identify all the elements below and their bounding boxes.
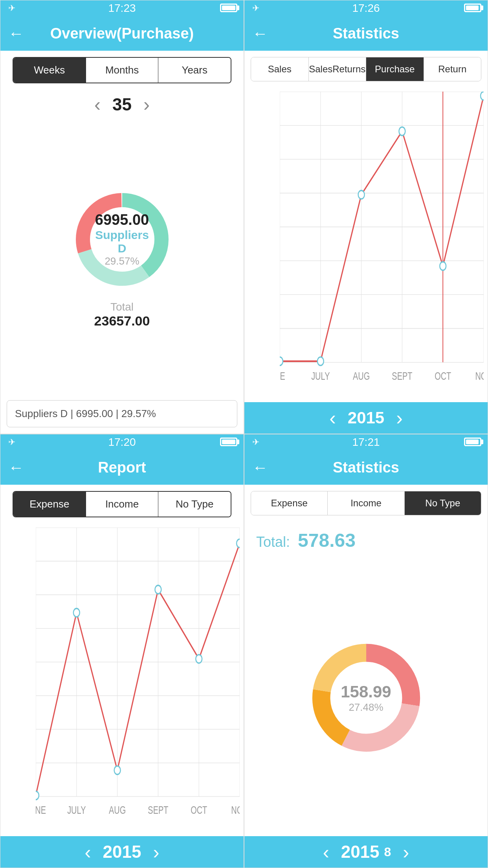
donut-pct-4: 27.48% xyxy=(341,701,391,713)
chart-dot-3-4 xyxy=(155,585,161,594)
year-value-1: 2015 xyxy=(348,408,384,427)
chart-line-3 xyxy=(36,543,240,795)
chart-svg-3: 1499.0 1332.4 1165.9 999.3 832.8 666.2 4… xyxy=(36,528,240,832)
airplane-icon-1: ✈ xyxy=(8,3,15,13)
donut-wrap-1: 6995.00 Suppliers D 29.57% xyxy=(67,184,177,294)
prev-arrow-1[interactable]: ‹ xyxy=(83,94,112,115)
nav-bar-3: ← Report xyxy=(0,450,244,485)
donut-wrap-4: 158.99 27.48% xyxy=(303,635,429,761)
battery-fill-4 xyxy=(466,440,479,444)
donut-name-1: Suppliers D xyxy=(95,228,150,255)
status-time-1: 17:23 xyxy=(108,2,136,15)
battery-4 xyxy=(464,438,481,446)
svg-text:NOV: NOV xyxy=(231,804,240,816)
chart-dot-3-3 xyxy=(114,766,121,774)
page-title-4: Statistics xyxy=(333,459,399,476)
chart-line-1 xyxy=(280,96,484,361)
donut-chart-4: 158.99 27.48% xyxy=(244,559,488,836)
tab-notype-4[interactable]: No Type xyxy=(405,491,481,515)
bottom-nav-3: ‹ 2015 › xyxy=(0,836,244,868)
tab-sales[interactable]: Sales xyxy=(251,57,309,81)
week-value: 35 xyxy=(112,95,132,114)
total-value-1: 23657.00 xyxy=(94,313,150,329)
tab-income-4[interactable]: Income xyxy=(328,491,404,515)
total-label-4: Total: xyxy=(256,534,290,550)
nav-bar-4: ← Statistics xyxy=(244,450,488,485)
stats-tabs-1: Sales SalesReturns Purchase Return xyxy=(251,57,481,81)
chart-dot-2 xyxy=(317,357,324,366)
svg-text:JULY: JULY xyxy=(67,804,86,816)
donut-pct-1: 29.57% xyxy=(95,255,150,267)
battery-fill-2 xyxy=(466,6,479,10)
line-chart-1: 9165.2 8146.8 7128.5 6110.1 5091.8 4073.… xyxy=(244,88,488,402)
chart-svg-1: 9165.2 8146.8 7128.5 6110.1 5091.8 4073.… xyxy=(280,92,484,398)
back-button-4[interactable]: ← xyxy=(252,459,268,476)
chart-dot-5 xyxy=(440,262,446,270)
stats-tabs-2: Expense Income No Type xyxy=(251,491,481,515)
total-line-4: Total: 578.63 xyxy=(244,522,488,559)
battery-fill-1 xyxy=(222,6,235,10)
status-time-2: 17:26 xyxy=(352,2,380,15)
seg-notype-3[interactable]: No Type xyxy=(158,492,231,517)
panel-report: ✈ 17:20 ← Report Expense Income No Type xyxy=(0,434,244,868)
chart-dot-3-5 xyxy=(196,655,202,663)
year-next-4[interactable]: › xyxy=(391,841,421,863)
donut-center-4: 158.99 27.48% xyxy=(341,682,391,713)
back-button-1[interactable]: ← xyxy=(8,25,24,42)
next-arrow-1[interactable]: › xyxy=(132,94,161,115)
total-label-1: Total xyxy=(110,301,134,313)
battery-3 xyxy=(220,438,237,446)
donut-amount-1: 6995.00 xyxy=(95,211,150,228)
airplane-icon-3: ✈ xyxy=(8,437,15,447)
svg-text:NOV: NOV xyxy=(475,370,484,382)
year-prev-4[interactable]: ‹ xyxy=(311,841,341,863)
page-title-3: Report xyxy=(98,459,146,476)
year-next-3[interactable]: › xyxy=(141,841,171,863)
svg-text:SEPT: SEPT xyxy=(392,370,412,382)
battery-1 xyxy=(220,4,237,12)
panel-overview-purchase: ✈ 17:23 ← Overview(Purchase) Weeks Month… xyxy=(0,0,244,434)
tab-purchase[interactable]: Purchase xyxy=(366,57,424,81)
year-next-1[interactable]: › xyxy=(384,406,415,429)
back-button-3[interactable]: ← xyxy=(8,459,24,476)
chart-dot-3-6 xyxy=(237,539,240,547)
segment-control-1: Weeks Months Years xyxy=(13,57,231,83)
year-nav-1: ‹ 2015 › xyxy=(244,402,488,434)
chart-dot-4 xyxy=(399,127,405,136)
battery-fill-3 xyxy=(222,440,235,444)
airplane-icon-4: ✈ xyxy=(252,437,259,447)
seg-years[interactable]: Years xyxy=(158,58,231,83)
tab-return[interactable]: Return xyxy=(424,57,481,81)
status-bar-2: ✈ 17:26 xyxy=(244,0,488,16)
svg-text:OCT: OCT xyxy=(191,804,207,816)
page-title-2: Statistics xyxy=(333,25,399,42)
seg-income-3[interactable]: Income xyxy=(86,492,159,517)
svg-text:JULY: JULY xyxy=(311,370,330,382)
year-prev-3[interactable]: ‹ xyxy=(73,841,103,863)
airplane-icon-2: ✈ xyxy=(252,3,259,13)
back-button-2[interactable]: ← xyxy=(252,25,268,42)
svg-text:SEPT: SEPT xyxy=(148,804,168,816)
info-bar-1: Suppliers D | 6995.00 | 29.57% xyxy=(7,400,237,427)
tab-salesreturns[interactable]: SalesReturns xyxy=(309,57,367,81)
panel-statistics-2: ✈ 17:21 ← Statistics Expense Income No T… xyxy=(244,434,488,868)
status-bar-4: ✈ 17:21 xyxy=(244,434,488,450)
seg-months[interactable]: Months xyxy=(86,58,159,83)
seg-expense-3[interactable]: Expense xyxy=(13,492,86,517)
tab-expense-4[interactable]: Expense xyxy=(251,491,328,515)
bottom-nav-4: ‹ 2015 8 › xyxy=(244,836,488,868)
chart-dot-3 xyxy=(358,190,365,199)
year-badge-4: 8 xyxy=(384,845,391,859)
status-time-4: 17:21 xyxy=(352,436,380,449)
status-bar-3: ✈ 17:20 xyxy=(0,434,244,450)
svg-text:OCT: OCT xyxy=(435,370,451,382)
svg-text:JUNE: JUNE xyxy=(36,804,46,816)
year-value-4: 2015 xyxy=(341,842,380,862)
donut-chart-1: 6995.00 Suppliers D 29.57% Total 23657.0… xyxy=(0,119,244,394)
year-prev-1[interactable]: ‹ xyxy=(317,406,348,429)
seg-weeks[interactable]: Weeks xyxy=(13,58,86,83)
svg-text:AUG: AUG xyxy=(109,804,126,816)
battery-2 xyxy=(464,4,481,12)
chart-dot-1 xyxy=(280,357,283,366)
year-value-3: 2015 xyxy=(103,842,141,862)
